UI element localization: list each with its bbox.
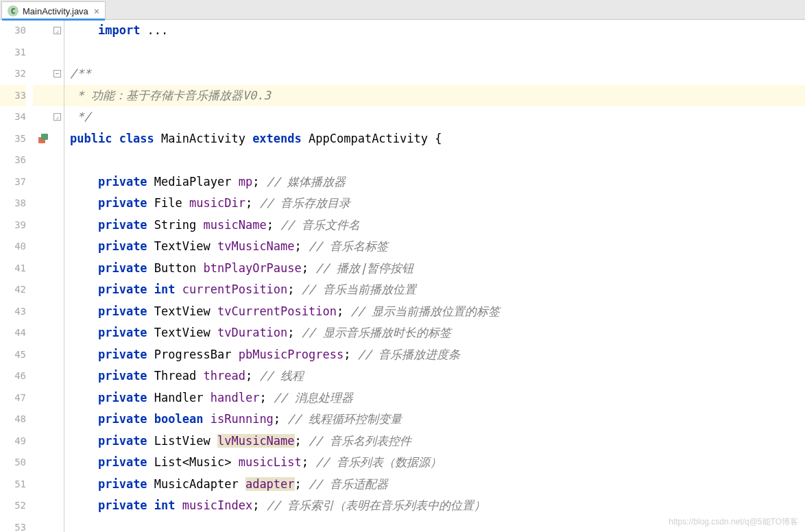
token-type: ; (295, 239, 309, 253)
code-line[interactable] (70, 517, 805, 533)
line-number: 49 (0, 431, 26, 452)
fold-slot (53, 495, 64, 517)
fold-slot (53, 193, 64, 215)
code-line[interactable]: private ProgressBar pbMusicProgress; // … (70, 344, 805, 366)
line-number: 48 (0, 409, 26, 431)
code-line[interactable]: /** (70, 63, 805, 85)
token-kw: extends (252, 132, 309, 145)
code-area[interactable]: import .../** * 功能：基于存储卡音乐播放器V0.3 */publ… (64, 20, 805, 532)
code-line[interactable]: private TextView tvCurrentPosition; // 显… (70, 301, 805, 323)
code-line[interactable]: import ... (70, 20, 805, 42)
fold-slot (53, 431, 64, 452)
editor-tabbar: C MainActivity.java × (0, 0, 805, 20)
gutter-slot (33, 452, 53, 474)
gutter-slot (33, 344, 53, 366)
line-number: 32 (0, 63, 26, 85)
code-line[interactable]: private MediaPlayer mp; // 媒体播放器 (70, 171, 805, 193)
token-type: TextView (154, 304, 217, 318)
gutter-slot (33, 106, 53, 128)
fold-slot (53, 365, 64, 387)
fold-end-icon[interactable]: ⌟ (53, 27, 61, 34)
line-number: 33 (0, 85, 26, 107)
fold-slot (53, 322, 64, 344)
token-field: btnPlayOrPause (204, 261, 302, 275)
token-type: ; (287, 282, 301, 296)
fold-slot (53, 474, 64, 496)
token-type: ; (259, 391, 273, 404)
gutter-slot (33, 322, 53, 344)
token-type: ; (252, 175, 266, 189)
token-type: ; (267, 218, 280, 232)
gutter-slot (33, 279, 53, 301)
token-type: ; (302, 261, 315, 275)
token-field: pbMusicProgress (239, 348, 344, 361)
token-type: ; (245, 369, 259, 383)
token-type: TextView (154, 239, 217, 253)
code-line[interactable]: */ (70, 106, 805, 128)
line-number: 45 (0, 344, 26, 366)
code-line[interactable]: private Button btnPlayOrPause; // 播放|暂停按… (70, 258, 805, 280)
code-line[interactable]: public class MainActivity extends AppCom… (70, 128, 805, 150)
fold-slot (53, 279, 64, 301)
token-comment: // 显示当前播放位置的标签 (350, 304, 500, 318)
code-line[interactable]: * 功能：基于存储卡音乐播放器V0.3 (64, 85, 805, 107)
code-line[interactable]: private MusicAdapter adapter; // 音乐适配器 (70, 474, 805, 496)
token-type: ; (295, 434, 309, 448)
code-line[interactable]: private File musicDir; // 音乐存放目录 (70, 193, 805, 215)
line-number: 37 (0, 171, 26, 193)
code-line[interactable] (70, 149, 805, 171)
gutter-slot (33, 63, 53, 85)
code-line[interactable]: private ListView lvMusicName; // 音乐名列表控件 (70, 431, 805, 452)
token-type: String (154, 218, 204, 232)
gutter-slot (33, 20, 53, 42)
code-line[interactable]: private TextView tvDuration; // 显示音乐播放时长… (70, 322, 805, 344)
fold-gutter: ⌟−⌟ (53, 20, 64, 532)
token-kw: private (98, 239, 154, 253)
fold-slot (53, 301, 64, 323)
gutter-slot (33, 193, 53, 215)
code-line[interactable]: private TextView tvMusicName; // 音乐名标签 (70, 236, 805, 258)
code-line[interactable]: private Handler handler; // 消息处理器 (70, 387, 805, 409)
token-kw: private (98, 477, 154, 491)
token-comment: // 线程循环控制变量 (287, 412, 402, 426)
token-field: lvMusicName (217, 434, 295, 448)
fold-slot (53, 387, 64, 409)
token-field: tvMusicName (217, 239, 295, 253)
token-type: ; (337, 304, 350, 318)
line-number: 39 (0, 215, 26, 237)
code-line[interactable]: private String musicName; // 音乐文件名 (70, 215, 805, 237)
fold-slot (53, 42, 64, 64)
line-number: 35 (0, 128, 26, 150)
code-line[interactable] (70, 42, 805, 64)
token-comment: // 音乐列表（数据源） (315, 455, 442, 469)
token-kw: import (98, 23, 147, 37)
tab-filename: MainActivity.java (23, 6, 88, 16)
fold-slot (53, 452, 64, 474)
close-icon[interactable]: × (94, 5, 99, 16)
code-line[interactable]: private boolean isRunning; // 线程循环控制变量 (70, 409, 805, 431)
token-type: ; (274, 412, 287, 426)
code-line[interactable]: private List<Music> musicList; // 音乐列表（数… (70, 452, 805, 474)
code-line[interactable]: private Thread thread; // 线程 (70, 365, 805, 387)
token-kw: private (98, 455, 154, 469)
token-field: mp (239, 175, 252, 189)
fold-slot (53, 517, 64, 533)
tab-mainactivity[interactable]: C MainActivity.java × (1, 1, 106, 20)
fold-slot (53, 344, 64, 366)
fold-end-icon[interactable]: ⌟ (53, 113, 61, 121)
line-number: 31 (0, 42, 26, 64)
line-number: 46 (0, 365, 26, 387)
fold-collapse-icon[interactable]: − (53, 70, 61, 77)
token-type: TextView (154, 326, 217, 339)
gutter-slot (33, 128, 53, 150)
token-comment: // 显示音乐播放时长的标签 (302, 326, 451, 339)
line-number: 38 (0, 193, 26, 215)
token-comment: // 音乐适配器 (309, 477, 388, 491)
code-line[interactable]: private int currentPosition; // 音乐当前播放位置 (70, 279, 805, 301)
token-field: isRunning (211, 412, 274, 426)
token-type: MainActivity (161, 132, 252, 145)
code-line[interactable]: private int musicIndex; // 音乐索引（表明在音乐列表中… (70, 495, 805, 517)
code-editor[interactable]: 3031323334353637383940414243444546474849… (0, 20, 805, 532)
token-type: Thread (154, 369, 204, 383)
java-class-icon: C (8, 5, 19, 16)
